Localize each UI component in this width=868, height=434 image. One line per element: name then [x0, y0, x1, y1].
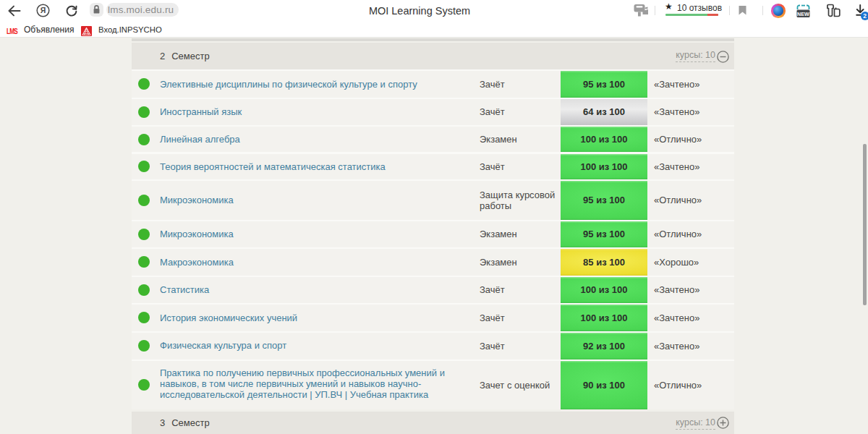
svg-text:NEW: NEW: [797, 11, 809, 17]
svg-text:Я: Я: [41, 6, 46, 14]
